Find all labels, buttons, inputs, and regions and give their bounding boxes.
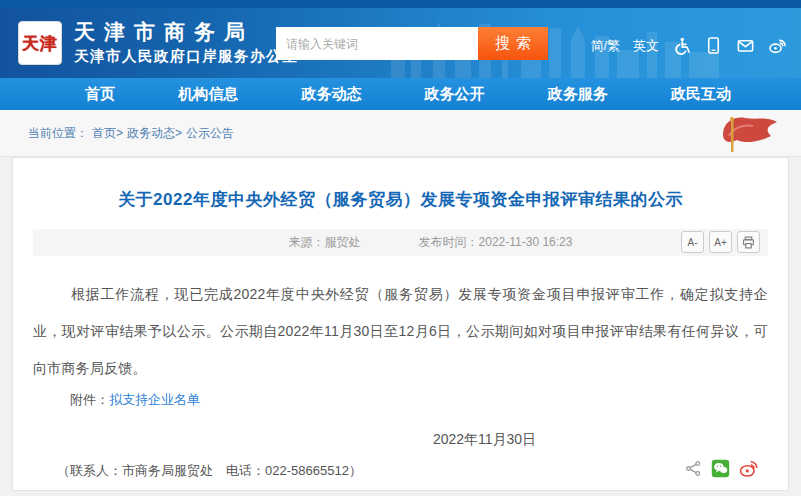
nav-item-gov-service[interactable]: 政务服务 xyxy=(548,85,608,104)
article-meta-bar: 来源：服贸处 发布时间：2022-11-30 16:23 A- A+ xyxy=(33,229,768,256)
nav-item-home[interactable]: 首页 xyxy=(85,85,115,104)
agency-name: 天津市商务局 xyxy=(74,20,298,44)
nav-item-org-info[interactable]: 机构信息 xyxy=(178,85,238,104)
wechat-share-icon[interactable] xyxy=(711,459,730,478)
article-title: 关于2022年度中央外经贸（服务贸易）发展专项资金申报评审结果的公示 xyxy=(33,188,768,211)
share-bar xyxy=(685,459,758,478)
accessibility-icon[interactable] xyxy=(672,36,691,55)
font-decrease-button[interactable]: A- xyxy=(681,231,704,253)
print-icon xyxy=(742,236,755,249)
weibo-icon[interactable] xyxy=(768,36,787,55)
article-tools: A- A+ xyxy=(681,231,760,253)
nav-item-gov-open[interactable]: 政务公开 xyxy=(425,85,485,104)
site-header: 天津 天津市商务局 天津市人民政府口岸服务办公室 搜索 简/繁 英文 xyxy=(0,8,801,78)
mobile-icon[interactable] xyxy=(704,36,723,55)
page-body: 关于2022年度中央外经贸（服务贸易）发展专项资金申报评审结果的公示 来源：服贸… xyxy=(0,157,801,491)
lang-toggle-english[interactable]: 英文 xyxy=(633,37,659,55)
font-increase-button[interactable]: A+ xyxy=(709,231,732,253)
search-bar: 搜索 xyxy=(276,27,548,60)
search-button[interactable]: 搜索 xyxy=(478,27,548,60)
agency-names: 天津市商务局 天津市人民政府口岸服务办公室 xyxy=(74,20,298,66)
attachment-link[interactable]: 拟支持企业名单 xyxy=(109,392,200,407)
article-contact: （联系人：市商务局服贸处 电话：022-58665512） xyxy=(57,462,768,480)
article-body-text: 根据工作流程，现已完成2022年度中央外经贸（服务贸易）发展专项资金项目申报评审… xyxy=(33,276,768,387)
red-flag-icon xyxy=(693,112,779,156)
nav-item-interaction[interactable]: 政民互动 xyxy=(671,85,731,104)
weibo-share-icon[interactable] xyxy=(739,459,758,478)
lang-toggle-simplified[interactable]: 简/繁 xyxy=(590,37,620,55)
top-strip xyxy=(0,0,801,8)
nav-item-gov-news[interactable]: 政务动态 xyxy=(301,85,361,104)
agency-subtitle: 天津市人民政府口岸服务办公室 xyxy=(74,47,298,66)
search-input[interactable] xyxy=(276,27,478,60)
attachment-line: 附件：拟支持企业名单 xyxy=(70,391,768,409)
article-date: 2022年11月30日 xyxy=(33,431,768,449)
agency-seal-logo: 天津 xyxy=(18,21,62,65)
breadcrumb-current: 公示公告 xyxy=(186,125,234,142)
breadcrumb: 当前位置： 首页> 政务动态> 公示公告 xyxy=(0,110,801,157)
mail-icon[interactable] xyxy=(736,36,755,55)
attachment-label: 附件： xyxy=(70,392,109,407)
breadcrumb-home[interactable]: 首页> xyxy=(92,125,123,142)
print-button[interactable] xyxy=(737,231,760,253)
breadcrumb-section[interactable]: 政务动态> xyxy=(127,125,182,142)
share-icon[interactable] xyxy=(685,460,702,477)
article-publish-time: 发布时间：2022-11-30 16:23 xyxy=(419,234,573,251)
header-utilities: 简/繁 英文 xyxy=(590,36,787,55)
breadcrumb-prefix: 当前位置： xyxy=(28,125,88,142)
article-card: 关于2022年度中央外经贸（服务贸易）发展专项资金申报评审结果的公示 来源：服贸… xyxy=(12,157,789,491)
main-nav: 首页 机构信息 政务动态 政务公开 政务服务 政民互动 xyxy=(0,78,801,110)
article-source: 来源：服贸处 xyxy=(289,234,361,251)
